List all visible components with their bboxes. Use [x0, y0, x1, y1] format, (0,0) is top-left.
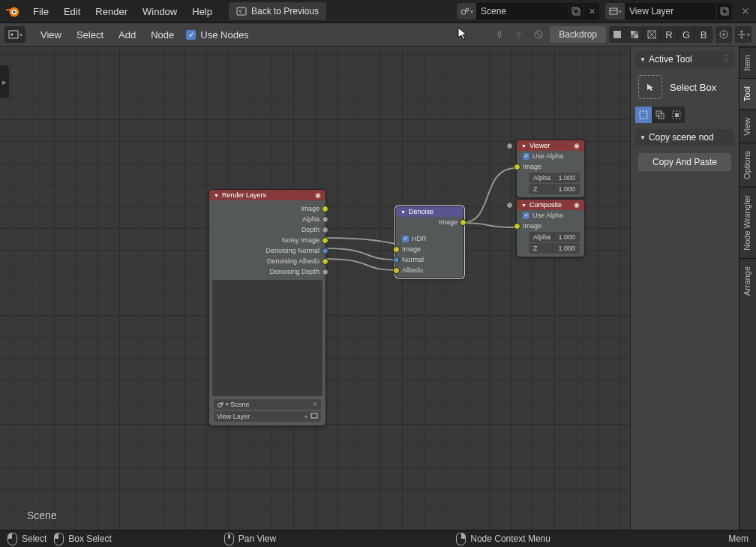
node-composite[interactable]: ▼ Composite ◉ ✓Use Alpha Image Alpha1.00…	[516, 199, 585, 257]
input-image[interactable]: Image	[396, 244, 464, 254]
node-denoise[interactable]: ▼ Denoise Image ✓HDR Image Normal Albedo	[395, 206, 464, 278]
editor-type-selector[interactable]: ▾	[4, 26, 26, 43]
menu-window[interactable]: Window	[135, 2, 184, 22]
hdr-checkbox[interactable]: ✓HDR	[396, 233, 464, 244]
submenu-add[interactable]: Add	[111, 26, 143, 44]
channel-r[interactable]: R	[661, 26, 678, 43]
tab-options[interactable]: Options	[740, 143, 756, 187]
channel-b[interactable]: B	[695, 26, 712, 43]
output-image[interactable]: Image	[209, 203, 326, 214]
submenu-select[interactable]: Select	[69, 26, 111, 44]
toolbar-expand-icon[interactable]: ▸	[0, 65, 9, 98]
parent-node-tree-icon[interactable]	[511, 26, 527, 43]
delete-scene-icon[interactable]: ✕	[584, 3, 599, 20]
z-slider[interactable]: Z1.000	[529, 243, 580, 254]
scene-icon	[217, 401, 224, 408]
channel-alpha-icon[interactable]	[644, 26, 661, 43]
snap-icon[interactable]	[530, 26, 547, 43]
alpha-slider[interactable]: Alpha1.000	[529, 173, 580, 183]
select-box-label: Select Box	[670, 82, 716, 93]
submenu-view[interactable]: View	[33, 26, 69, 44]
output-noisy-image[interactable]: Noisy Image	[209, 235, 326, 245]
output-alpha[interactable]: Alpha	[209, 214, 326, 224]
select-extend-icon[interactable]	[652, 107, 668, 123]
use-alpha-checkbox[interactable]: ✓Use Alpha	[517, 210, 584, 221]
zoom-fit-icon[interactable]	[716, 26, 732, 43]
svg-rect-6	[572, 8, 578, 14]
node-header[interactable]: ▼ Denoise	[396, 206, 464, 217]
tab-view[interactable]: View	[740, 110, 756, 143]
svg-rect-16	[634, 35, 638, 38]
menu-render[interactable]: Render	[88, 2, 135, 22]
use-alpha-checkbox[interactable]: ✓Use Alpha	[517, 151, 584, 161]
svg-rect-10	[722, 9, 728, 15]
backdrop-move-icon[interactable]: ▾	[735, 26, 752, 43]
output-denoising-albedo[interactable]: Denoising Albedo	[209, 256, 326, 266]
scene-field[interactable]: ▾Scene✕	[214, 399, 321, 410]
collapse-icon[interactable]: ▼	[521, 143, 526, 149]
viewlayer-browse-icon[interactable]: ▾	[605, 3, 625, 20]
svg-rect-15	[631, 31, 634, 35]
input-image[interactable]: Image	[517, 161, 584, 172]
preview-icon[interactable]: ◉	[574, 142, 580, 149]
tab-item[interactable]: Item	[740, 47, 756, 78]
svg-rect-14	[614, 31, 621, 38]
scene-browse-icon[interactable]: ▾	[457, 3, 476, 20]
menu-edit[interactable]: Edit	[56, 2, 88, 22]
scene-selector[interactable]: ▾ ✕	[457, 3, 599, 20]
panel-copy-scene-header[interactable]: ▼Copy scene nod	[635, 129, 734, 146]
render-single-icon[interactable]	[310, 412, 318, 421]
back-to-previous-button[interactable]: Back to Previous	[229, 2, 326, 20]
svg-point-12	[10, 34, 13, 36]
submenu-node[interactable]: Node	[143, 26, 182, 44]
svg-rect-18	[634, 31, 638, 35]
node-header[interactable]: ▼ Viewer ◉	[517, 140, 584, 151]
pin-icon[interactable]	[491, 26, 508, 43]
select-subtract-icon[interactable]	[668, 107, 685, 123]
tab-node-wrangler[interactable]: Node Wrangler	[740, 187, 756, 258]
output-depth[interactable]: Depth	[209, 224, 326, 235]
svg-rect-28	[675, 113, 679, 117]
collapse-icon[interactable]: ▼	[521, 203, 526, 208]
output-image[interactable]: Image	[396, 217, 464, 227]
node-viewer[interactable]: ▼ Viewer ◉ ✓Use Alpha Image Alpha1.000 Z…	[516, 140, 585, 198]
channel-colalpha-icon[interactable]	[626, 26, 644, 43]
select-set-icon[interactable]	[635, 107, 652, 123]
output-denoising-depth[interactable]: Denoising Depth	[209, 266, 326, 277]
output-denoising-normal[interactable]: Denoising Normal	[209, 245, 326, 256]
copy-and-paste-button[interactable]: Copy And Paste	[638, 153, 731, 171]
tab-tool[interactable]: Tool	[740, 78, 756, 109]
viewlayer-name-input[interactable]	[625, 6, 716, 17]
collapse-icon[interactable]: ▼	[214, 193, 219, 198]
node-header[interactable]: ▼ Render Layers ◉	[209, 190, 326, 200]
clear-icon[interactable]: ✕	[312, 401, 318, 408]
input-normal[interactable]: Normal	[396, 254, 464, 265]
tab-arrange[interactable]: Arrange	[740, 258, 756, 303]
panel-active-tool-header[interactable]: ▼Active Tool⠿	[635, 51, 734, 68]
alpha-slider[interactable]: Alpha1.000	[529, 232, 580, 242]
svg-rect-24	[640, 111, 647, 119]
input-image[interactable]: Image	[517, 221, 584, 231]
preview-icon[interactable]: ◉	[574, 201, 580, 209]
back-icon	[236, 7, 247, 16]
menu-help[interactable]: Help	[184, 2, 220, 22]
new-viewlayer-icon[interactable]	[716, 3, 732, 20]
viewlayer-field[interactable]: View Layer▾	[214, 411, 321, 422]
menu-file[interactable]: File	[26, 2, 56, 22]
channel-color-icon[interactable]	[609, 26, 626, 43]
preview-icon[interactable]: ◉	[315, 191, 321, 199]
scene-name-input[interactable]	[476, 6, 568, 17]
use-nodes-checkbox[interactable]: ✓ Use Nodes	[186, 29, 248, 41]
channel-g[interactable]: G	[678, 26, 695, 43]
node-editor-canvas[interactable]: ▸ ▼ Render Layers ◉ Image Alpha Depth N	[0, 47, 630, 532]
remove-viewlayer-icon[interactable]: ✕	[735, 5, 756, 17]
node-header[interactable]: ▼ Composite ◉	[517, 200, 584, 210]
input-albedo[interactable]: Albedo	[396, 265, 464, 275]
svg-rect-8	[610, 8, 617, 14]
z-slider[interactable]: Z1.000	[529, 184, 580, 194]
new-scene-icon[interactable]	[568, 3, 584, 20]
collapse-icon[interactable]: ▼	[400, 209, 406, 215]
backdrop-toggle[interactable]: Backdrop	[550, 26, 606, 43]
node-render-layers[interactable]: ▼ Render Layers ◉ Image Alpha Depth Nois…	[208, 189, 326, 426]
viewlayer-selector[interactable]: ▾	[605, 3, 732, 20]
